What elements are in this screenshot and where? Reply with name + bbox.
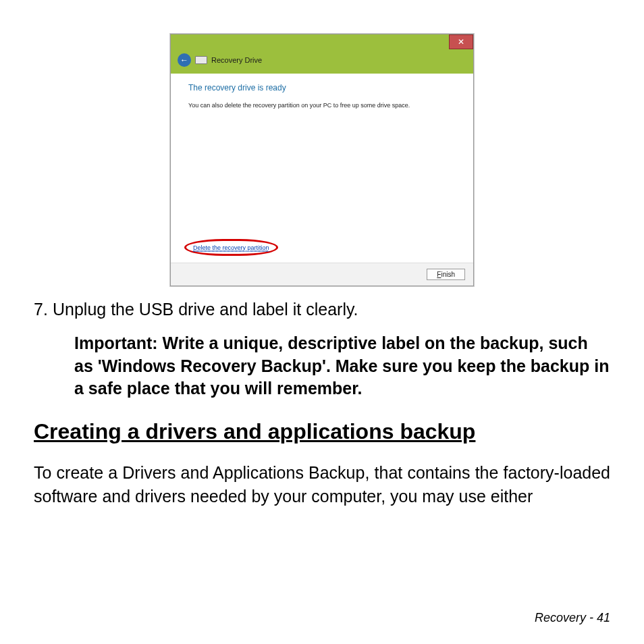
step-7: 7.Unplug the USB drive and label it clea… <box>34 298 610 321</box>
dialog-titlebar: ✕ <box>171 34 473 49</box>
finish-label-rest: inish <box>441 271 455 278</box>
dialog-title: Recovery Drive <box>211 56 262 64</box>
back-button[interactable]: ← <box>178 53 191 67</box>
step-number: 7. <box>34 298 53 321</box>
step-text: Unplug the USB drive and label it clearl… <box>53 300 358 319</box>
delete-link-highlight: Delete the recovery partition <box>184 239 278 256</box>
section-heading: Creating a drivers and applications back… <box>34 419 610 444</box>
finish-button[interactable]: Finish <box>427 269 465 280</box>
section-body: To create a Drivers and Applications Bac… <box>34 461 610 508</box>
page-footer: Recovery - 41 <box>535 611 610 625</box>
close-button[interactable]: ✕ <box>449 34 473 49</box>
screenshot-figure: ✕ ← Recovery Drive The recovery drive is… <box>34 34 610 286</box>
dialog-body: The recovery drive is ready You can also… <box>171 74 473 263</box>
close-icon: ✕ <box>458 37 464 47</box>
recovery-dialog: ✕ ← Recovery Drive The recovery drive is… <box>170 34 474 286</box>
drive-icon <box>195 56 207 64</box>
arrow-left-icon: ← <box>180 55 188 65</box>
dialog-footer: Finish <box>171 263 473 286</box>
dialog-subtext: You can also delete the recovery partiti… <box>188 102 456 109</box>
important-note: Important: Write a unique, descriptive l… <box>74 332 610 400</box>
annotation-oval: Delete the recovery partition <box>184 239 278 256</box>
delete-recovery-partition-link[interactable]: Delete the recovery partition <box>193 244 269 252</box>
dialog-heading: The recovery drive is ready <box>188 83 456 92</box>
dialog-header: ← Recovery Drive <box>171 49 473 74</box>
